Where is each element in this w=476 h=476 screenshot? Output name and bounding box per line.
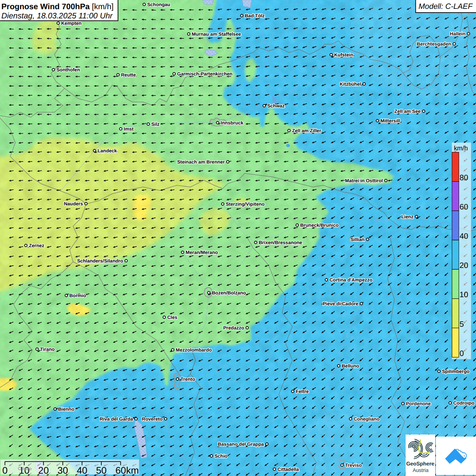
svg-text:Modell: C-LAEF: Modell: C-LAEF — [419, 2, 473, 11]
svg-text:50: 50 — [96, 465, 106, 476]
svg-text:Spilimbergo: Spilimbergo — [442, 369, 470, 374]
svg-text:Zernez: Zernez — [29, 243, 44, 248]
svg-text:0: 0 — [460, 349, 464, 358]
svg-text:Prognose Wind 700hPa [km/h]: Prognose Wind 700hPa [km/h] — [1, 2, 114, 11]
svg-text:Zell am Ziller: Zell am Ziller — [292, 128, 321, 133]
svg-text:Brixen/Bressanone: Brixen/Bressanone — [259, 240, 302, 245]
svg-text:10: 10 — [460, 290, 469, 299]
svg-text:Cles: Cles — [167, 314, 177, 320]
svg-text:Mittersill: Mittersill — [380, 118, 400, 123]
svg-text:Dienstag, 18.03.2025 11:00 Uhr: Dienstag, 18.03.2025 11:00 Uhr — [1, 11, 113, 20]
svg-text:km: km — [126, 465, 139, 476]
svg-text:Schongau: Schongau — [147, 2, 170, 7]
svg-text:40: 40 — [460, 232, 469, 240]
svg-text:Kempten: Kempten — [61, 20, 82, 26]
svg-text:0: 0 — [2, 465, 8, 476]
svg-text:Landeck: Landeck — [98, 148, 117, 153]
svg-text:Silz: Silz — [151, 121, 159, 127]
svg-text:Lienz: Lienz — [401, 214, 413, 219]
svg-text:Sterzing/Vipiteno: Sterzing/Vipiteno — [226, 201, 265, 207]
svg-text:Nauders: Nauders — [64, 201, 83, 206]
svg-text:Schio: Schio — [215, 453, 227, 459]
svg-text:Schwaz: Schwaz — [267, 103, 285, 108]
svg-text:Bozen/Bolzano: Bozen/Bolzano — [212, 290, 246, 295]
svg-text:Tirano: Tirano — [40, 346, 55, 352]
svg-text:30: 30 — [57, 465, 68, 476]
svg-text:40: 40 — [77, 465, 87, 476]
svg-text:Steinach am Brenner: Steinach am Brenner — [177, 159, 225, 165]
svg-text:Imst: Imst — [124, 126, 134, 132]
svg-text:Predazzo: Predazzo — [223, 325, 244, 330]
svg-text:Zell am See: Zell am See — [394, 108, 421, 114]
svg-text:Kufstein: Kufstein — [334, 52, 353, 57]
svg-text:Riva del Garda: Riva del Garda — [100, 416, 133, 422]
svg-text:Belluno: Belluno — [342, 363, 359, 369]
svg-text:Bormio: Bormio — [69, 293, 86, 298]
svg-text:km/h: km/h — [454, 145, 468, 152]
svg-text:Sonthofen: Sonthofen — [56, 67, 80, 72]
svg-text:Matrei in Osttirol: Matrei in Osttirol — [345, 178, 383, 183]
svg-text:Mezzolombardo: Mezzolombardo — [176, 347, 212, 353]
svg-text:Feltre: Feltre — [296, 389, 309, 394]
svg-text:Cittadella: Cittadella — [277, 466, 299, 472]
svg-text:Meran/Merano: Meran/Merano — [186, 250, 218, 255]
svg-text:Murnau am Staffelsee: Murnau am Staffelsee — [192, 31, 241, 37]
svg-text:Bad Tölz: Bad Tölz — [245, 13, 265, 18]
svg-text:Schlanders/Silandro: Schlanders/Silandro — [77, 258, 123, 264]
svg-text:Pieve di Cadore: Pieve di Cadore — [323, 301, 358, 306]
svg-text:Rovereto: Rovereto — [142, 416, 163, 422]
svg-text:5: 5 — [460, 320, 464, 328]
svg-text:Sillian: Sillian — [351, 237, 364, 242]
svg-text:Iseo: Iseo — [22, 466, 32, 471]
svg-text:GeoSphere: GeoSphere — [406, 461, 435, 467]
svg-text:60: 60 — [460, 202, 469, 211]
svg-text:80: 80 — [460, 173, 469, 182]
svg-text:Reutte: Reutte — [121, 72, 136, 78]
svg-text:Kitzbühel: Kitzbühel — [340, 81, 361, 87]
svg-text:Bassano del Grappa: Bassano del Grappa — [218, 441, 264, 447]
svg-text:Austria: Austria — [413, 468, 429, 473]
svg-text:Bienno: Bienno — [58, 406, 74, 412]
svg-text:20: 20 — [38, 465, 49, 476]
svg-text:20: 20 — [460, 261, 469, 270]
svg-text:Cortina d'Ampezzo: Cortina d'Ampezzo — [329, 277, 372, 283]
svg-text:Garmisch-Partenkirchen: Garmisch-Partenkirchen — [177, 71, 233, 76]
svg-text:Trento: Trento — [181, 376, 195, 382]
svg-text:Innsbruck: Innsbruck — [221, 120, 243, 125]
svg-text:60: 60 — [115, 465, 126, 476]
svg-text:Bruneck/Brunico: Bruneck/Brunico — [300, 222, 339, 228]
